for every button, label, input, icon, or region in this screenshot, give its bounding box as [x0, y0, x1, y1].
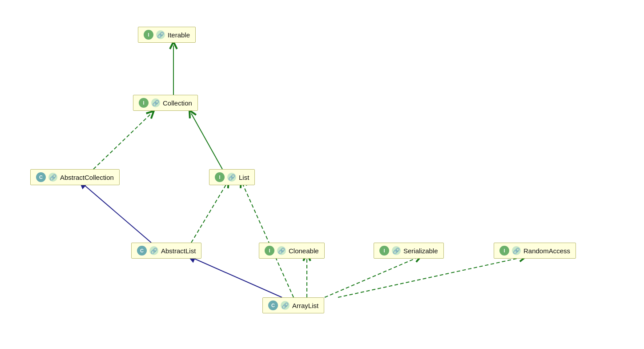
node-collection[interactable]: I 🔗 Collection — [133, 95, 198, 111]
svg-line-1 — [93, 114, 151, 169]
label-abstract-list: AbstractList — [161, 247, 196, 255]
link-iterable: 🔗 — [156, 30, 165, 39]
svg-line-8 — [325, 257, 418, 297]
svg-line-5 — [191, 257, 282, 297]
label-collection: Collection — [163, 99, 192, 107]
label-cloneable: Cloneable — [289, 247, 319, 255]
svg-line-3 — [82, 183, 151, 243]
label-list: List — [239, 174, 249, 181]
diagram-container: I 🔗 Iterable I 🔗 Collection C 🔗 Abstract… — [0, 0, 644, 349]
svg-line-9 — [338, 257, 523, 297]
label-serializable: Serializable — [403, 247, 438, 255]
label-abstract-collection: AbstractCollection — [60, 174, 114, 181]
svg-line-4 — [191, 183, 227, 243]
badge-random-access: I — [499, 246, 509, 256]
badge-cloneable: I — [265, 246, 274, 256]
link-abstract-collection: 🔗 — [48, 173, 57, 182]
label-random-access: RandomAccess — [523, 247, 570, 255]
node-random-access[interactable]: I 🔗 RandomAccess — [494, 243, 576, 259]
badge-iterable: I — [144, 30, 153, 40]
link-random-access: 🔗 — [512, 246, 521, 255]
node-array-list[interactable]: C 🔗 ArrayList — [262, 297, 324, 313]
link-array-list: 🔗 — [281, 301, 290, 310]
svg-line-6 — [242, 183, 294, 297]
badge-abstract-collection: C — [36, 172, 46, 182]
badge-abstract-list: C — [137, 246, 147, 256]
svg-line-2 — [191, 114, 222, 169]
node-serializable[interactable]: I 🔗 Serializable — [374, 243, 444, 259]
badge-serializable: I — [379, 246, 389, 256]
link-abstract-list: 🔗 — [149, 246, 158, 255]
badge-collection: I — [139, 98, 149, 108]
node-cloneable[interactable]: I 🔗 Cloneable — [259, 243, 325, 259]
link-serializable: 🔗 — [392, 246, 401, 255]
link-collection: 🔗 — [151, 98, 160, 107]
node-abstract-collection[interactable]: C 🔗 AbstractCollection — [30, 169, 120, 185]
link-cloneable: 🔗 — [277, 246, 286, 255]
label-iterable: Iterable — [168, 31, 190, 39]
link-list: 🔗 — [227, 173, 236, 182]
node-iterable[interactable]: I 🔗 Iterable — [138, 27, 196, 43]
badge-array-list: C — [268, 300, 278, 310]
node-abstract-list[interactable]: C 🔗 AbstractList — [131, 243, 201, 259]
badge-list: I — [215, 172, 225, 182]
label-array-list: ArrayList — [292, 302, 318, 309]
node-list[interactable]: I 🔗 List — [209, 169, 255, 185]
